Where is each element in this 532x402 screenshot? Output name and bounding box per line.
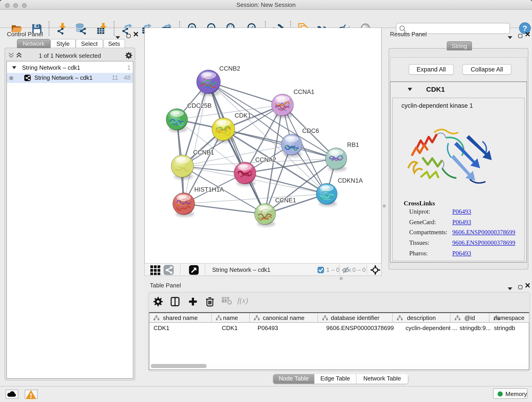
grid-view-icon[interactable]	[150, 265, 160, 275]
svg-text:CDKN1A: CDKN1A	[338, 177, 363, 184]
gene-details-box: cyclin-dependent kinase 1 CrossLinks Uni…	[392, 98, 525, 261]
table-panel-title: Table Panel	[150, 282, 181, 289]
crosslink-link[interactable]: 9606.ENSP00000378699	[452, 239, 515, 247]
control-panel-float-icon[interactable]	[127, 32, 131, 40]
network-collection-row[interactable]: String Network – cdk1 1	[7, 63, 133, 73]
tab-edge-table[interactable]: Edge Table	[314, 374, 356, 384]
memory-status-dot	[498, 391, 503, 396]
column-header-description[interactable]: description	[393, 313, 450, 323]
crosslink-label: Uniprot:	[409, 208, 430, 216]
delete-column-icon[interactable]	[204, 296, 215, 307]
table-cell[interactable]: CDK1	[222, 325, 238, 332]
network-label: String Network – cdk1	[34, 74, 93, 81]
table-cell[interactable]: P06493	[258, 325, 278, 332]
svg-text:?: ?	[523, 24, 527, 32]
table-options-gear-icon[interactable]	[152, 296, 164, 307]
selected-ratio: 1 – 0	[326, 266, 340, 273]
table-cell[interactable]: stringdb	[494, 325, 515, 332]
hidden-elements-icon[interactable]	[342, 265, 351, 274]
expand-all-button[interactable]: Expand All	[409, 64, 454, 75]
results-panel-close-icon[interactable]	[525, 32, 530, 37]
titlebar: Session: New Session	[0, 0, 532, 10]
network-row-selected[interactable]: String Network – cdk1 11 48	[7, 73, 133, 83]
network-selected-info: 1 of 1 Network selected	[5, 52, 135, 59]
table-panel-close-icon[interactable]	[525, 283, 530, 288]
table-cell[interactable]: stringdb:9...	[460, 325, 491, 332]
horizontal-splitter-handle[interactable]	[340, 277, 343, 280]
import-database-icon[interactable]	[75, 22, 87, 35]
table-cell[interactable]: CDK1	[153, 325, 169, 332]
crosslink-link[interactable]: P06493	[452, 218, 471, 226]
crosslink-link[interactable]: P06493	[452, 250, 471, 257]
results-panel-float-icon[interactable]	[518, 32, 522, 40]
table-panel-float-icon[interactable]	[518, 283, 522, 291]
table-cell[interactable]: 9606.ENSP00000378699	[326, 325, 394, 332]
toolbar-separator	[49, 21, 50, 36]
cloud-button[interactable]	[6, 390, 18, 399]
tab-string[interactable]: String	[447, 41, 472, 51]
memory-button[interactable]: Memory	[493, 388, 527, 399]
fit-content-icon[interactable]	[370, 265, 380, 275]
gene-collapse-icon[interactable]	[407, 88, 412, 91]
crosslink-link[interactable]: 9606.ENSP00000378699	[452, 229, 515, 236]
column-header--id[interactable]: @id	[450, 313, 489, 323]
crosslink-label: Pharos:	[409, 250, 428, 257]
svg-text:CCNA2: CCNA2	[255, 156, 276, 163]
gene-description: cyclin-dependent kinase 1	[401, 102, 473, 109]
show-columns-icon[interactable]	[170, 296, 181, 307]
network-options-gear-icon[interactable]	[125, 51, 133, 60]
warning-button[interactable]	[25, 390, 38, 399]
column-header-name[interactable]: name	[212, 313, 250, 323]
table-cell[interactable]: cyclin-dependent ...	[405, 325, 457, 332]
cloud-icon	[6, 389, 17, 400]
crosslink-label: Compartments:	[409, 229, 447, 236]
table-panel-menu-icon[interactable]	[508, 284, 512, 292]
tab-sets[interactable]: Sets	[103, 39, 125, 48]
network-canvas[interactable]: CCNB2CCNA1CDC25BCDK1CDC6RB1CCNB1CCNA2CDK…	[144, 28, 382, 263]
column-header-namespace[interactable]: namespace	[489, 313, 529, 323]
vertical-splitter-handle[interactable]	[383, 204, 386, 208]
svg-text:CCNB1: CCNB1	[193, 149, 214, 156]
crosslink-label: Tissues:	[409, 239, 429, 247]
results-panel-menu-icon[interactable]	[508, 32, 512, 41]
gene-section-header[interactable]: CDK1	[390, 82, 527, 98]
network-edge-count: 48	[120, 74, 131, 81]
gene-symbol: CDK1	[426, 85, 445, 93]
svg-text:CCNB2: CCNB2	[219, 65, 240, 72]
crosslinks-title: CrossLinks	[404, 200, 435, 207]
warning-icon	[26, 390, 36, 399]
tab-network-table[interactable]: Network Table	[356, 374, 408, 384]
import-table-icon[interactable]	[96, 22, 108, 35]
function-builder-icon: f(x)	[237, 296, 248, 305]
window-title: Session: New Session	[0, 1, 532, 8]
memory-label: Memory	[505, 390, 527, 397]
open-external-icon[interactable]	[189, 265, 199, 275]
tab-style[interactable]: Style	[51, 39, 76, 48]
column-header-database-identifier[interactable]: database identifier	[318, 313, 393, 323]
collapse-all-button[interactable]: Collapse All	[462, 64, 511, 75]
tab-select[interactable]: Select	[76, 39, 103, 48]
column-header-shared-name[interactable]: shared name	[149, 313, 212, 323]
network-status-dot	[9, 76, 13, 80]
collection-count: 1	[117, 64, 131, 71]
table-horizontal-scrollbar[interactable]	[150, 364, 528, 369]
tab-node-table[interactable]: Node Table	[273, 374, 314, 384]
protein-structure-image	[403, 113, 494, 203]
tab-network[interactable]: Network	[17, 39, 51, 48]
string-network-icon	[24, 75, 31, 81]
selected-nodes-checkbox[interactable]	[317, 267, 324, 273]
add-column-icon[interactable]	[187, 296, 198, 307]
node-table: shared namenamecanonical namedatabase id…	[149, 312, 529, 370]
control-panel-close-icon[interactable]	[133, 32, 138, 37]
main-toolbar: ?	[0, 10, 532, 28]
cytoscape-window: Session: New Session ? Control Panel Net…	[0, 0, 532, 402]
collection-expand-icon[interactable]	[12, 66, 17, 69]
svg-text:CDC25B: CDC25B	[187, 102, 212, 109]
crosslink-link[interactable]: P06493	[452, 208, 471, 216]
string-view-icon[interactable]	[164, 265, 174, 275]
column-header-canonical-name[interactable]: canonical name	[250, 313, 318, 323]
delete-table-icon-disabled	[221, 296, 232, 307]
import-network-icon[interactable]	[55, 22, 67, 35]
svg-text:HIST1H1A: HIST1H1A	[194, 186, 224, 193]
collection-label: String Network – cdk1	[22, 64, 80, 71]
